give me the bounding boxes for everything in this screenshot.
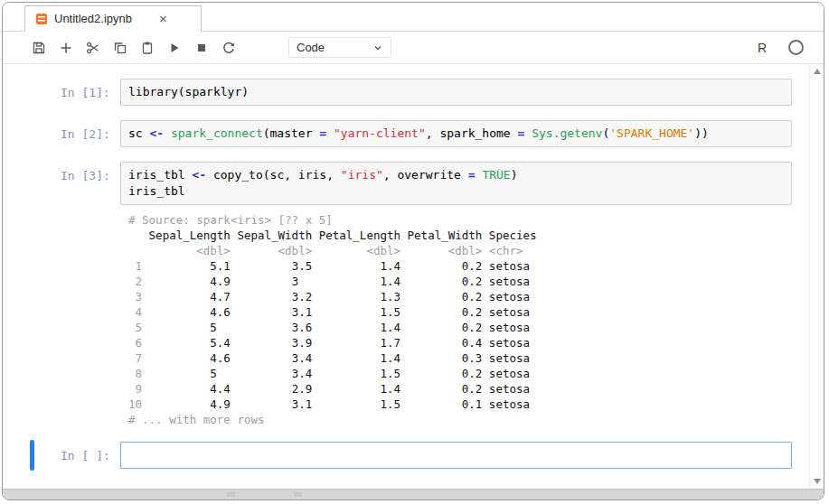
scrollbar-artifact — [294, 492, 302, 497]
code-token: copy_to(sc, iris, — [206, 168, 341, 182]
output-token: 4.4 2.9 1.4 0.2 setosa — [142, 382, 530, 396]
code-text — [128, 447, 784, 463]
output-token: 1 — [128, 259, 142, 273]
code-token: = — [319, 126, 326, 140]
cell-prompt: In [2]: — [61, 120, 120, 143]
cell-body — [120, 442, 792, 469]
cells-container: In [1]:library(sparklyr)In [2]:sc <- spa… — [3, 64, 810, 489]
clipboard-icon — [140, 41, 155, 55]
chevron-down-icon — [372, 42, 383, 53]
scroll-down-icon[interactable] — [814, 479, 821, 484]
cut-cells-button[interactable] — [80, 36, 106, 60]
code-token: "yarn-client" — [334, 126, 426, 140]
code-token — [164, 126, 171, 140]
code-token: library(sparklyr) — [128, 85, 249, 98]
output-token: 9 — [128, 382, 142, 396]
vertical-scrollbar[interactable] — [809, 64, 824, 489]
code-text: iris_tbl <- copy_to(sc, iris, "iris", ov… — [128, 167, 784, 200]
refresh-icon — [221, 41, 236, 55]
kernel-name: R — [758, 41, 767, 55]
play-icon — [167, 41, 182, 55]
add-cell-button[interactable] — [53, 36, 79, 60]
code-token: <- — [149, 126, 164, 140]
code-input[interactable]: sc <- spark_connect(master = "yarn-clien… — [120, 120, 792, 147]
code-token: )) — [694, 126, 709, 140]
celltype-label: Code — [297, 41, 325, 54]
tab-bar: Untitled2.ipynb × — [3, 3, 824, 32]
notebook-area: In [1]:library(sparklyr)In [2]:sc <- spa… — [3, 64, 824, 489]
code-token: spark_connect — [171, 126, 263, 140]
code-token: "iris" — [341, 168, 383, 182]
kernel-idle-icon — [788, 40, 804, 55]
output-token: 5.1 3.5 1.4 0.2 setosa — [142, 259, 530, 273]
output-token: 8 — [128, 367, 142, 380]
scrollbar-artifact — [227, 492, 235, 497]
code-token: sc — [128, 126, 149, 140]
code-token: , overwrite — [383, 168, 468, 182]
save-button[interactable] — [26, 36, 52, 60]
output-token: 6 — [128, 336, 142, 350]
output-token: # Source: spark<iris> [?? x 5] — [128, 213, 333, 227]
code-token: iris_tbl — [128, 168, 192, 182]
cell-body: library(sparklyr) — [120, 79, 792, 106]
output-token: 10 — [128, 397, 142, 411]
notebook-window: Untitled2.ipynb × — [2, 2, 824, 500]
cell-prompt: In [3]: — [61, 162, 120, 184]
scissors-icon — [86, 41, 100, 55]
copy-cells-button[interactable] — [108, 36, 133, 60]
cell-prompt: In [ ]: — [61, 442, 120, 464]
output-token: 4.9 3 1.4 0.2 setosa — [142, 275, 530, 288]
output-token: 4.6 3.1 1.5 0.2 setosa — [142, 305, 530, 319]
output-token: # ... with more rows — [128, 413, 265, 426]
cell-body: sc <- spark_connect(master = "yarn-clien… — [120, 120, 792, 147]
code-token: Sys.getenv — [532, 126, 602, 140]
code-text: library(sparklyr) — [128, 84, 784, 100]
notebook-icon — [36, 14, 47, 24]
code-text: sc <- spark_connect(master = "yarn-clien… — [128, 126, 784, 142]
paste-cells-button[interactable] — [135, 36, 160, 60]
code-cell-selected[interactable]: In [ ]: — [30, 442, 792, 469]
copy-icon — [113, 41, 127, 55]
output-token: 3 — [128, 290, 142, 303]
output-token: 5 — [128, 321, 142, 334]
code-token: iris_tbl — [128, 184, 185, 198]
output-token: 5 3.4 1.5 0.2 setosa — [142, 367, 530, 380]
restart-kernel-button[interactable] — [216, 36, 241, 60]
code-cell[interactable]: In [3]:iris_tbl <- copy_to(sc, iris, "ir… — [30, 162, 792, 427]
output-token: 4.9 3.1 1.5 0.1 setosa — [142, 397, 530, 411]
code-input[interactable] — [120, 442, 792, 469]
plus-icon — [59, 41, 73, 55]
code-token: TRUE — [482, 168, 510, 182]
code-token: ) — [511, 168, 518, 182]
output-token: 5 3.6 1.4 0.2 setosa — [142, 321, 530, 334]
interrupt-kernel-button[interactable] — [189, 36, 214, 60]
code-token: 'SPARK_HOME' — [609, 126, 694, 140]
stop-icon — [194, 41, 209, 55]
code-cell[interactable]: In [1]:library(sparklyr) — [30, 79, 792, 106]
cell-output: # Source: spark<iris> [?? x 5] Sepal_Len… — [120, 209, 792, 427]
code-token: , spark_home — [426, 126, 518, 140]
output-token: 4.7 3.2 1.3 0.2 setosa — [142, 290, 530, 303]
cell-prompt: In [1]: — [61, 79, 120, 101]
output-token: 4.6 3.4 1.4 0.3 setosa — [142, 351, 530, 365]
output-token: 4 — [128, 305, 142, 319]
code-token — [524, 126, 532, 140]
tab-close-icon[interactable]: × — [159, 12, 167, 25]
code-input[interactable]: library(sparklyr) — [120, 79, 792, 106]
horizontal-scrollbar[interactable] — [3, 489, 824, 499]
selected-cell-indicator — [30, 440, 34, 471]
toolbar: Code R — [3, 32, 824, 64]
output-token: 5.4 3.9 1.7 0.4 setosa — [142, 336, 530, 350]
output-token: 7 — [128, 351, 142, 365]
notebook-tab[interactable]: Untitled2.ipynb × — [24, 5, 202, 32]
code-cell[interactable]: In [2]:sc <- spark_connect(master = "yar… — [30, 120, 792, 147]
celltype-dropdown[interactable]: Code — [288, 37, 391, 58]
code-input[interactable]: iris_tbl <- copy_to(sc, iris, "iris", ov… — [120, 162, 792, 205]
tab-title: Untitled2.ipynb — [54, 12, 132, 25]
output-token: Sepal_Length Sepal_Width Petal_Length Pe… — [128, 229, 537, 242]
scroll-up-icon[interactable] — [814, 69, 821, 74]
run-cell-button[interactable] — [162, 36, 187, 60]
output-token: 2 — [128, 275, 142, 288]
code-token: (master — [263, 126, 320, 140]
code-token — [326, 126, 334, 140]
